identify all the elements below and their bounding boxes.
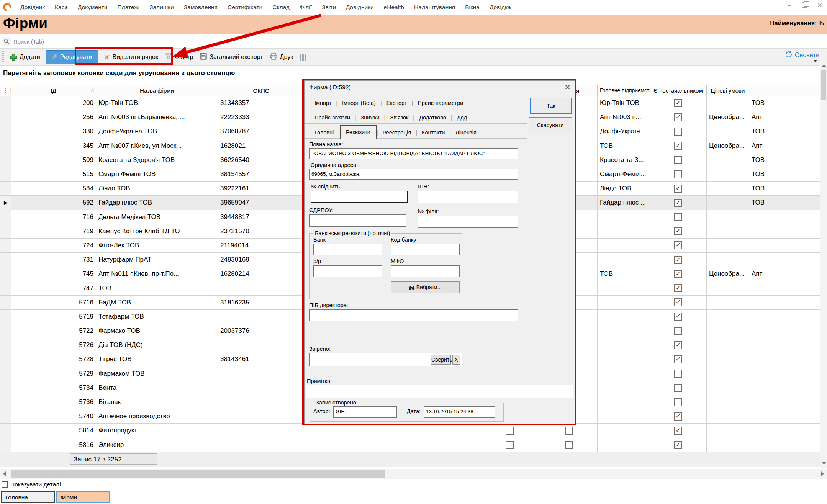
- checkbox-checked[interactable]: ✓: [674, 441, 682, 449]
- search-input[interactable]: [13, 38, 826, 45]
- menu-item-13[interactable]: Налаштування: [409, 1, 460, 14]
- checkbox-unchecked[interactable]: [565, 441, 573, 449]
- filter-button[interactable]: Фільтр: [162, 51, 197, 63]
- dialog-tab-додатково[interactable]: Додатково: [414, 112, 451, 123]
- menu-item-3[interactable]: Документи: [73, 1, 112, 14]
- account-input[interactable]: [313, 265, 382, 277]
- scroll-up-icon[interactable]: [822, 64, 826, 67]
- dialog-tab-реестрація[interactable]: Реестрація: [378, 127, 416, 138]
- edrpou-input[interactable]: [309, 214, 406, 227]
- cert-number-input[interactable]: [311, 191, 408, 203]
- checkbox-unchecked[interactable]: [674, 398, 682, 406]
- horizontal-scrollbar[interactable]: [0, 469, 827, 479]
- dialog-tab-імпорт[interactable]: Імпорт: [310, 97, 336, 109]
- dialog-tab-знижки[interactable]: Знижки: [356, 112, 384, 123]
- dialog-tab-імпорт-beta-[interactable]: Імпорт (Beta): [337, 97, 380, 109]
- print-button[interactable]: Друк: [267, 51, 297, 63]
- dialog-tab-контакти[interactable]: Контакти: [417, 127, 449, 138]
- header-supplier[interactable]: Є постачальником: [650, 85, 707, 96]
- checkbox-checked[interactable]: ✓: [674, 412, 682, 421]
- menu-item-14[interactable]: Вікна: [460, 1, 485, 14]
- verify-button[interactable]: Сверить: [431, 355, 451, 365]
- author-input[interactable]: GIFT: [333, 406, 397, 418]
- header-id[interactable]: ІД△: [11, 85, 96, 96]
- toolbar-grip[interactable]: [2, 51, 4, 63]
- checkbox-checked[interactable]: ✓: [674, 241, 682, 249]
- checkbox-unchecked[interactable]: [565, 427, 573, 435]
- menu-item-12[interactable]: eHealth: [379, 1, 409, 14]
- checkbox-checked[interactable]: ✓: [674, 256, 682, 264]
- inn-input[interactable]: [418, 191, 518, 203]
- vscroll-thumb[interactable]: [821, 70, 826, 100]
- header-name[interactable]: Назва фірми: [96, 85, 218, 96]
- checkbox-unchecked[interactable]: [674, 156, 682, 164]
- checkbox-unchecked[interactable]: [506, 427, 514, 435]
- checkbox-unchecked[interactable]: [674, 213, 682, 221]
- bank-input[interactable]: [313, 244, 382, 255]
- menu-item-1[interactable]: Довідник: [15, 1, 50, 14]
- header-okpo[interactable]: ОКПО: [218, 85, 305, 96]
- delete-row-button[interactable]: ✕ Видалити рядок: [100, 51, 162, 64]
- dialog-tab-головні[interactable]: Головні: [310, 127, 338, 138]
- dialog-tab-прайс-зв-язки[interactable]: Прайс-зв'язки: [310, 112, 355, 123]
- checkbox-checked[interactable]: ✓: [674, 427, 682, 435]
- menu-item-7[interactable]: Сертифікати: [223, 1, 267, 14]
- close-button[interactable]: ✕: [815, 2, 825, 10]
- mfo-input[interactable]: [391, 265, 460, 277]
- checkbox-unchecked[interactable]: [674, 327, 682, 335]
- checkbox-unchecked[interactable]: [674, 170, 682, 178]
- cancel-button[interactable]: Скасувати: [529, 117, 572, 133]
- checkbox-checked[interactable]: ✓: [674, 99, 682, 107]
- show-details-toggle[interactable]: Показувати деталі: [2, 481, 61, 488]
- dialog-tab-реквізити[interactable]: Реквізити: [340, 125, 377, 139]
- refresh-dropdown-caret[interactable]: [813, 60, 817, 62]
- ok-button[interactable]: Так: [530, 98, 572, 114]
- checkbox-checked[interactable]: ✓: [674, 227, 682, 235]
- hscroll-thumb[interactable]: [11, 470, 385, 478]
- menu-item-8[interactable]: Склад: [267, 1, 295, 14]
- vertical-scrollbar[interactable]: [820, 61, 827, 468]
- columns-icon[interactable]: [300, 54, 307, 61]
- checkbox-unchecked[interactable]: [674, 370, 682, 378]
- note-input[interactable]: [306, 385, 573, 398]
- menu-item-10[interactable]: Звіти: [317, 1, 341, 14]
- menu-item-11[interactable]: Довідники: [341, 1, 379, 14]
- checkbox-checked[interactable]: ✓: [674, 355, 682, 363]
- restore-button[interactable]: [799, 2, 809, 10]
- export-button[interactable]: Загальний експорт: [197, 51, 266, 63]
- checkbox-checked[interactable]: ✓: [674, 313, 682, 321]
- dialog-tab-дод-[interactable]: Дод.: [452, 112, 473, 123]
- choose-bank-button[interactable]: Вибрати...: [391, 281, 460, 293]
- menu-item-4[interactable]: Платежі: [112, 1, 144, 14]
- scroll-left-icon[interactable]: [3, 471, 6, 476]
- address-input[interactable]: 69065, м.Запоріжжя,: [309, 169, 518, 180]
- menu-item-6[interactable]: Замовлення: [179, 1, 223, 14]
- dialog-tab-експорт[interactable]: Експорт: [382, 97, 412, 109]
- verify-clear-button[interactable]: X: [452, 355, 460, 365]
- show-details-checkbox[interactable]: [2, 481, 8, 488]
- add-button[interactable]: Додати: [7, 52, 44, 62]
- dialog-tab-зв-язок[interactable]: Зв'язок: [385, 112, 413, 123]
- dialog-tab-ліцензія[interactable]: Ліцензія: [451, 127, 481, 138]
- scroll-down-icon[interactable]: [822, 462, 826, 465]
- table-row[interactable]: 5816Эликсир✓: [0, 438, 821, 452]
- menu-item-15[interactable]: Довідка: [485, 1, 516, 14]
- bank-code-input[interactable]: [391, 244, 460, 255]
- checkbox-unchecked[interactable]: [674, 128, 682, 136]
- checkbox-checked[interactable]: ✓: [674, 199, 682, 207]
- checkbox-checked[interactable]: ✓: [674, 185, 682, 193]
- checkbox-unchecked[interactable]: [674, 384, 682, 392]
- full-name-input[interactable]: ТОВАРИСТВО З ОБМЕЖЕНОЮ ВІДПОВІДАЛЬНІСТЮ …: [309, 148, 518, 159]
- dialog-tab-прайс-параметри[interactable]: Прайс-параметри: [413, 97, 468, 109]
- checkbox-unchecked[interactable]: [506, 441, 514, 449]
- checkbox-checked[interactable]: ✓: [674, 270, 682, 278]
- edit-button[interactable]: ✎ Редагувати: [46, 50, 98, 64]
- minimize-button[interactable]: –: [784, 2, 794, 10]
- scroll-right-icon[interactable]: [821, 471, 824, 476]
- header-price-terms[interactable]: Цінові умови: [707, 85, 749, 96]
- checkbox-checked[interactable]: ✓: [674, 142, 682, 150]
- date-input[interactable]: 13.10.2015 15:24:38: [424, 406, 495, 418]
- director-input[interactable]: [309, 309, 518, 321]
- checkbox-checked[interactable]: ✓: [674, 284, 682, 292]
- bottom-tab-home[interactable]: Головна: [1, 491, 55, 503]
